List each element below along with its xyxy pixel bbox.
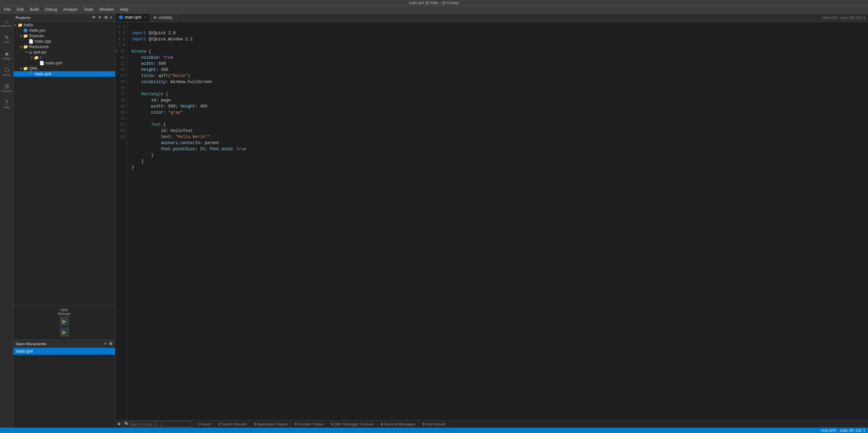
close-panel-icon[interactable]: × <box>110 15 113 20</box>
open-docs-header-icons: × ⊟ <box>104 341 113 346</box>
open-docs-panel: Open Documents × ⊟ main.qml <box>14 339 115 428</box>
encoding-label: Unix (LF) <box>822 16 837 20</box>
global-status-bar: Unix (LF) Line: 24, Col: 1 <box>0 428 868 433</box>
main-area: ⌂Welcome✎Edit◈Design⬡Debug☰Projects?Help… <box>0 14 868 428</box>
tree-arrow: ▼ <box>19 45 23 48</box>
tree-icon: 📁 <box>34 55 39 60</box>
tab-label-text: QML Debugger Console <box>334 422 374 426</box>
tree-label: main.cpp <box>35 39 51 44</box>
tree-label: Hello.pro <box>29 28 45 33</box>
menu-item-edit[interactable]: Edit <box>14 6 26 13</box>
run-button[interactable]: ▶ <box>60 316 69 326</box>
search-icon: 🔍 <box>124 422 129 426</box>
bottom-tab-application-output[interactable]: 3Application Output <box>251 421 291 427</box>
projects-panel: Projects ⟳ ▼ ⊟ × ▼📁Hello🔷Hello.pro▼📁Sour… <box>14 14 115 306</box>
open-doc-item[interactable]: main.qml <box>14 348 115 355</box>
sidebar-icon-help[interactable]: ?Help <box>1 96 13 113</box>
menu-item-debug[interactable]: Debug <box>42 6 60 13</box>
tree-icon: 🗂 <box>28 50 33 55</box>
help-label: Help <box>4 106 9 109</box>
search-input[interactable] <box>129 422 190 426</box>
editor-tab-visibility[interactable]: 👁visibility <box>150 14 177 21</box>
run-debug-button[interactable]: ▶ <box>60 327 69 337</box>
menu-bar: FileEditBuildDebugAnalyzeToolsWindowHelp <box>0 6 868 14</box>
sidebar-icon-debug[interactable]: ⬡Debug <box>1 64 13 80</box>
tree-item[interactable]: ▼📁Resources <box>14 44 115 50</box>
bottom-tab-issues[interactable]: 1Issues <box>194 421 215 427</box>
tree-item[interactable]: 📄main.qml <box>14 60 115 66</box>
welcome-label: Welcome <box>1 25 12 28</box>
sidebar-icon-edit[interactable]: ✎Edit <box>1 31 13 47</box>
bottom-tab-compile-output[interactable]: 4Compile Output <box>291 421 328 427</box>
title-bar: main.qml @ Hello - Qt Creator <box>0 0 868 6</box>
bottom-tab-qml-debugger-console[interactable]: 5QML Debugger Console <box>327 421 377 427</box>
bottom-tab-search-results[interactable]: 2Search Results <box>215 421 251 427</box>
search-bar: 🔍 <box>123 421 192 427</box>
projects-header: Projects ⟳ ▼ ⊟ × <box>14 14 115 22</box>
tree-label: Sources <box>29 34 44 38</box>
tree-icon: 🔵 <box>28 72 34 76</box>
bottom-tabs: ⚙ 🔍 1Issues2Search Results3Application O… <box>115 420 868 428</box>
welcome-symbol: ⌂ <box>5 19 8 24</box>
projects-header-icons: ⟳ ▼ ⊟ × <box>92 15 113 20</box>
tab-num: 3 <box>254 422 256 426</box>
tree-label: qml.qrc <box>34 50 47 55</box>
open-docs-header: Open Documents × ⊟ <box>14 340 115 348</box>
edit-label: Edit <box>4 41 9 44</box>
tree-item[interactable]: 🔵main.qml <box>14 71 115 77</box>
left-panel: Projects ⟳ ▼ ⊟ × ▼📁Hello🔷Hello.pro▼📁Sour… <box>14 14 115 428</box>
projects-tree: ▼📁Hello🔷Hello.pro▼📁Sources📄main.cpp▼📁Res… <box>14 22 115 306</box>
tab-label-text: Issues <box>200 422 211 426</box>
tree-arrow: ▼ <box>30 56 34 59</box>
tree-arrow: ▼ <box>19 34 23 38</box>
tab-num: 8 <box>422 422 425 426</box>
tab-num: 6 <box>381 422 383 426</box>
status-position: Line: 24, Col: 1 <box>840 428 865 432</box>
tree-item[interactable]: ▼📁Sources <box>14 33 115 39</box>
code-content[interactable]: import QtQuick 2.9 import QtQuick.Window… <box>127 22 868 420</box>
tree-icon: 📄 <box>28 39 34 44</box>
tab-bar: 🔵main.qml×👁visibilityUnix (LF)Line: 24, … <box>115 14 868 22</box>
bottom-tab-general-messages[interactable]: 6General Messages <box>378 421 419 427</box>
open-docs-resize-icon[interactable]: ⊟ <box>108 341 113 346</box>
bottom-tab-test-results[interactable]: 8Test Results <box>419 421 450 427</box>
menu-item-window[interactable]: Window <box>97 6 117 13</box>
sidebar-icon-welcome[interactable]: ⌂Welcome <box>1 15 13 31</box>
open-docs-close-icon[interactable]: × <box>104 341 107 346</box>
tab-label-text: Test Results <box>426 422 446 426</box>
status-encoding: Unix (LF) <box>821 428 836 432</box>
editor-tab-main-qml[interactable]: 🔵main.qml× <box>115 14 150 22</box>
tree-arrow: ▼ <box>14 23 18 27</box>
content-area: Projects ⟳ ▼ ⊟ × ▼📁Hello🔷Hello.pro▼📁Sour… <box>14 14 868 428</box>
tab-close-icon[interactable]: × <box>144 15 146 19</box>
tree-item[interactable]: ▼🗂qml.qrc <box>14 50 115 55</box>
tree-icon: 📁 <box>23 66 28 71</box>
debug-symbol: ⬡ <box>4 67 9 73</box>
tab-num: 2 <box>218 422 220 426</box>
menu-item-build[interactable]: Build <box>27 6 42 13</box>
menu-item-file[interactable]: File <box>1 6 13 13</box>
build-status-icon[interactable]: ⚙ <box>117 422 121 426</box>
tree-item[interactable]: ▼📁/ <box>14 55 115 60</box>
open-docs-list: main.qml <box>14 348 115 428</box>
tree-icon: 📄 <box>39 61 44 65</box>
menu-item-help[interactable]: Help <box>117 6 131 13</box>
menu-item-tools[interactable]: Tools <box>81 6 96 13</box>
title-text: main.qml @ Hello - Qt Creator <box>409 1 459 5</box>
filter-icon[interactable]: ▼ <box>97 15 102 20</box>
menu-item-analyze[interactable]: Analyze <box>60 6 80 13</box>
tab-file-icon: 🔵 <box>119 15 123 20</box>
sidebar-icon-projects[interactable]: ☰Projects <box>1 80 13 96</box>
collapse-icon[interactable]: ⊟ <box>104 15 108 20</box>
tree-icon: 📁 <box>23 34 28 38</box>
tree-item[interactable]: ▼📁QML <box>14 66 115 71</box>
sidebar-icon-design[interactable]: ◈Design <box>1 47 13 64</box>
tab-label-text: General Messages <box>384 422 415 426</box>
tab-bar-right: Unix (LF)Line: 24, Col: 1 <box>822 16 868 20</box>
sync-icon[interactable]: ⟳ <box>92 15 96 20</box>
tab-file-icon: 👁 <box>153 16 157 20</box>
tree-item[interactable]: 🔷Hello.pro <box>14 28 115 33</box>
tab-label: visibility <box>158 15 172 20</box>
tree-item[interactable]: ▼📁Hello <box>14 22 115 28</box>
tree-item[interactable]: 📄main.cpp <box>14 39 115 44</box>
